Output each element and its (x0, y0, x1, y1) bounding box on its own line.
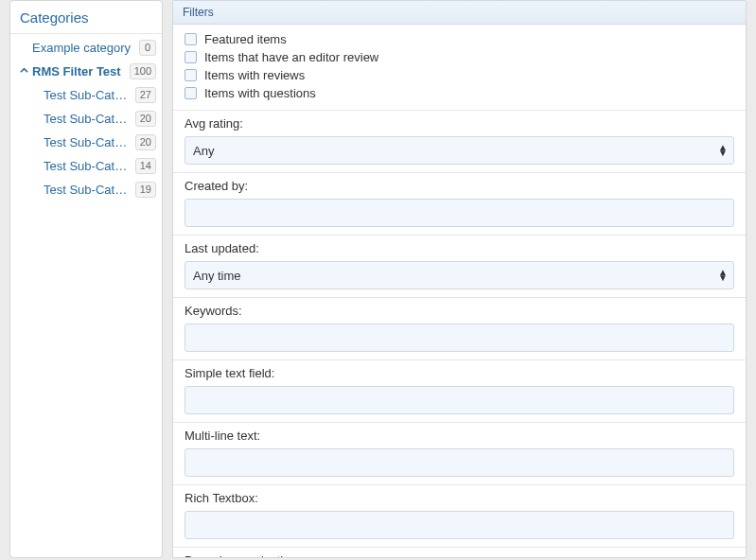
subcategory-label: Test Sub-Category 3 (44, 135, 132, 149)
keywords-section: Keywords: (173, 298, 746, 360)
avg-rating-select[interactable]: Any ▲▼ (185, 136, 734, 165)
select-caret-icon: ▲▼ (718, 145, 726, 156)
categories-list: Example category 0 RMS Filter Test 100 T… (10, 34, 162, 205)
created-by-label: Created by: (185, 179, 734, 193)
rich-text-input[interactable] (185, 511, 734, 539)
avg-rating-value: Any (193, 144, 214, 158)
count-badge: 100 (130, 63, 156, 79)
subcategory-item[interactable]: Test Sub-Category 2 20 (22, 107, 162, 131)
checkbox-icon[interactable] (185, 51, 197, 63)
filters-panel-title: Filters (173, 1, 746, 25)
last-updated-section: Last updated: Any time ▲▼ (173, 236, 746, 298)
last-updated-select[interactable]: Any time ▲▼ (185, 261, 734, 289)
avg-rating-section: Avg rating: Any ▲▼ (173, 111, 746, 173)
flag-questions[interactable]: Items with questions (185, 84, 734, 102)
category-item-example[interactable]: Example category 0 (10, 36, 162, 60)
created-by-section: Created by: (173, 173, 746, 236)
categories-title: Categories (10, 1, 162, 34)
category-label: RMS Filter Test (32, 64, 126, 79)
last-updated-value: Any time (193, 269, 241, 283)
subcategory-label: Test Sub-Category 5 (44, 183, 132, 197)
chevron-up-icon (20, 66, 29, 77)
checkbox-icon[interactable] (185, 87, 197, 99)
multiline-input[interactable] (185, 448, 734, 477)
subcategory-label: Test Sub-Category 4 (44, 159, 132, 173)
keywords-input[interactable] (185, 324, 734, 352)
subcategory-label: Test Sub-Category 2 (44, 112, 132, 126)
multiline-section: Multi-line text: (173, 423, 746, 485)
created-by-input[interactable] (185, 199, 734, 227)
simple-text-section: Simple text field: (173, 360, 746, 423)
multiline-label: Multi-line text: (185, 429, 734, 443)
avg-rating-label: Avg rating: (185, 116, 734, 131)
flag-featured[interactable]: Featured items (185, 30, 734, 48)
simple-text-input[interactable] (185, 386, 734, 414)
keywords-label: Keywords: (185, 304, 734, 318)
categories-panel: Categories Example category 0 RMS Filter… (9, 0, 163, 558)
subcategory-item[interactable]: Test Sub-Category 4 14 (22, 154, 162, 178)
simple-text-label: Simple text field: (185, 366, 734, 380)
rich-text-label: Rich Textbox: (185, 491, 734, 505)
subcategory-item[interactable]: Test Sub-Category 1 27 (22, 83, 162, 107)
subcategory-label: Test Sub-Category 1 (44, 88, 132, 102)
count-badge: 0 (139, 40, 156, 56)
subcategory-item[interactable]: Test Sub-Category 3 20 (22, 131, 162, 154)
count-badge: 27 (135, 87, 156, 103)
checkbox-icon[interactable] (185, 69, 197, 81)
subcategory-list: Test Sub-Category 1 27 Test Sub-Category… (10, 83, 162, 201)
checkbox-icon[interactable] (185, 33, 197, 45)
flag-editor-review[interactable]: Items that have an editor review (185, 48, 734, 66)
filter-flags-section: Featured items Items that have an editor… (173, 25, 746, 111)
dropdown-selection-section: Drop-down selection: Option 1 value 49 O… (173, 548, 746, 557)
select-caret-icon: ▲▼ (718, 270, 726, 281)
rich-text-section: Rich Textbox: (173, 485, 746, 548)
count-badge: 19 (135, 182, 156, 198)
filters-body: Featured items Items that have an editor… (173, 25, 746, 557)
category-item-rms-filter-test[interactable]: RMS Filter Test 100 (10, 60, 162, 83)
count-badge: 14 (135, 158, 156, 174)
count-badge: 20 (135, 134, 156, 150)
subcategory-item[interactable]: Test Sub-Category 5 19 (22, 178, 162, 201)
category-label: Example category (32, 41, 135, 55)
dropdown-selection-label: Drop-down selection: (185, 553, 734, 557)
last-updated-label: Last updated: (185, 241, 734, 255)
flag-reviews[interactable]: Items with reviews (185, 66, 734, 84)
filters-panel: Filters Featured items Items that have a… (172, 0, 747, 558)
count-badge: 20 (135, 111, 156, 127)
